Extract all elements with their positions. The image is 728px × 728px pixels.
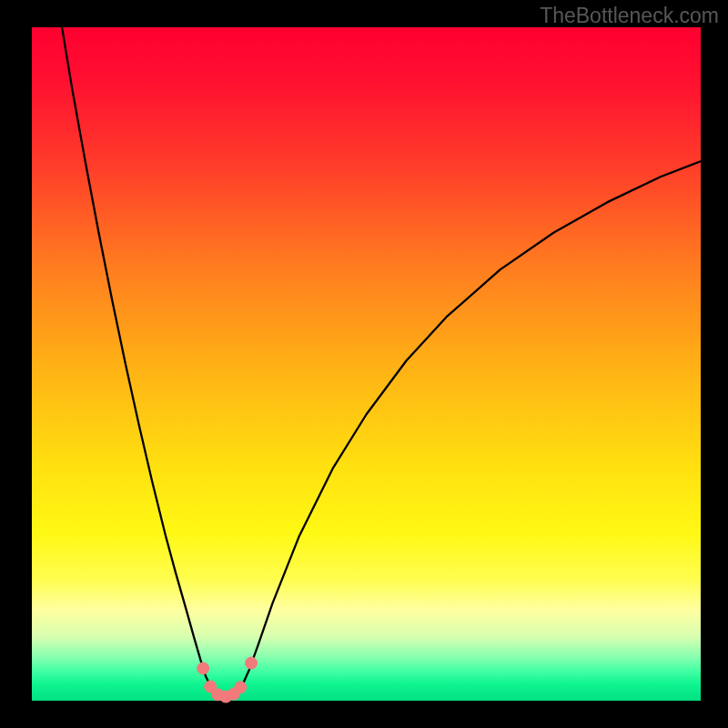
watermark-text: TheBottleneck.com (540, 4, 719, 28)
data-marker (235, 682, 247, 693)
data-marker (197, 662, 209, 674)
plot-background (32, 27, 701, 701)
data-marker (246, 657, 258, 669)
bottleneck-curve-chart (0, 0, 728, 728)
chart-container: TheBottleneck.com (0, 0, 728, 728)
